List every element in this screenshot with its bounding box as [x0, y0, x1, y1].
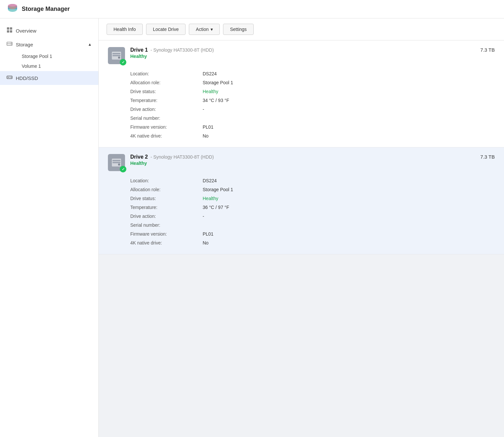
drive-size: 7.3 TB — [480, 47, 495, 53]
detail-row: Drive status: Healthy — [130, 87, 495, 96]
drive-health-check-icon: ✓ — [120, 59, 126, 65]
detail-label: Firmware version: — [130, 231, 203, 237]
drive-icon-wrap: ✓ — [108, 154, 125, 171]
main-content: Health Info Locate Drive Action ▾ Settin… — [99, 18, 504, 437]
chevron-up-icon: ▲ — [88, 42, 92, 47]
detail-value: - — [203, 107, 204, 112]
action-label: Action — [196, 27, 209, 32]
sidebar-item-storage[interactable]: Storage ▲ — [0, 38, 98, 51]
drive-name: Drive 2 — [130, 154, 148, 160]
detail-label: Drive status: — [130, 196, 203, 201]
detail-label: Temperature: — [130, 98, 203, 103]
volume-1-label: Volume 1 — [22, 64, 41, 69]
detail-value: PL01 — [203, 231, 214, 237]
detail-value: No — [203, 240, 209, 245]
detail-label: Allocation role: — [130, 80, 203, 85]
svg-point-20 — [119, 57, 120, 58]
svg-point-4 — [8, 4, 17, 7]
detail-value: No — [203, 133, 209, 139]
detail-row: Serial number: — [130, 114, 495, 123]
detail-label: Serial number: — [130, 222, 203, 228]
action-dropdown-icon: ▾ — [211, 27, 213, 32]
detail-label: Drive action: — [130, 214, 203, 219]
svg-rect-17 — [113, 53, 120, 54]
locate-drive-button[interactable]: Locate Drive — [146, 24, 186, 35]
detail-label: 4K native drive: — [130, 133, 203, 139]
detail-value: 36 °C / 97 °F — [203, 205, 229, 210]
detail-label: Serial number: — [130, 116, 203, 121]
detail-row: Serial number: — [130, 221, 495, 230]
drive-status: Healthy — [130, 54, 495, 59]
drive-status: Healthy — [130, 161, 495, 166]
health-info-label: Health Info — [113, 27, 136, 32]
detail-row: Drive action: - — [130, 105, 495, 114]
sidebar-storage-label: Storage — [16, 42, 33, 47]
svg-rect-6 — [10, 27, 12, 30]
detail-label: Location: — [130, 71, 203, 76]
drive-size: 7.3 TB — [480, 154, 495, 160]
svg-rect-22 — [113, 160, 120, 161]
drives-list: ✓ Drive 1 - Synology HAT3300-8T (HDD) 7.… — [99, 40, 504, 254]
detail-label: 4K native drive: — [130, 240, 203, 245]
settings-label: Settings — [230, 27, 247, 32]
sidebar-item-hdd-ssd[interactable]: HDD/SSD — [0, 71, 98, 85]
detail-value: - — [203, 214, 204, 219]
locate-drive-label: Locate Drive — [153, 27, 179, 32]
detail-value: Storage Pool 1 — [203, 80, 233, 85]
drive-model: - Synology HAT3300-8T (HDD) — [150, 47, 214, 53]
detail-value: PL01 — [203, 124, 214, 130]
detail-value: Healthy — [203, 89, 218, 94]
detail-label: Allocation role: — [130, 187, 203, 192]
detail-row: Allocation role: Storage Pool 1 — [130, 78, 495, 87]
detail-label: Drive status: — [130, 89, 203, 94]
detail-row: Drive action: - — [130, 212, 495, 221]
svg-point-12 — [11, 44, 12, 45]
svg-rect-18 — [113, 55, 120, 56]
detail-value: Healthy — [203, 196, 218, 201]
overview-icon — [7, 27, 13, 34]
sidebar-item-overview[interactable]: Overview — [0, 24, 98, 38]
sidebar-storage-sub: Storage Pool 1 Volume 1 — [0, 51, 98, 71]
detail-label: Temperature: — [130, 205, 203, 210]
action-button[interactable]: Action ▾ — [189, 24, 220, 35]
detail-row: Firmware version: PL01 — [130, 230, 495, 239]
health-info-button[interactable]: Health Info — [107, 24, 143, 35]
app-icon — [7, 3, 18, 15]
detail-value: Storage Pool 1 — [203, 187, 233, 192]
detail-row: Location: DS224 — [130, 69, 495, 78]
svg-rect-23 — [113, 162, 120, 163]
drive-card-2: ✓ Drive 2 - Synology HAT3300-8T (HDD) 7.… — [99, 147, 504, 254]
svg-point-11 — [11, 43, 12, 43]
app-header: Storage Manager — [0, 0, 504, 18]
detail-value: 34 °C / 93 °F — [203, 98, 229, 103]
drive-title-row: Drive 2 - Synology HAT3300-8T (HDD) 7.3 … — [130, 154, 495, 160]
svg-rect-8 — [10, 30, 12, 33]
sidebar-item-overview-label: Overview — [16, 28, 37, 34]
detail-row: 4K native drive: No — [130, 239, 495, 247]
storage-icon — [7, 41, 13, 48]
drive-header: ✓ Drive 1 - Synology HAT3300-8T (HDD) 7.… — [108, 47, 495, 64]
drive-title-area: Drive 2 - Synology HAT3300-8T (HDD) 7.3 … — [130, 154, 495, 166]
drive-model: - Synology HAT3300-8T (HDD) — [150, 154, 214, 160]
detail-row: Temperature: 34 °C / 93 °F — [130, 96, 495, 105]
drive-card-1: ✓ Drive 1 - Synology HAT3300-8T (HDD) 7.… — [99, 40, 504, 147]
drive-name: Drive 1 — [130, 47, 148, 53]
settings-button[interactable]: Settings — [223, 24, 254, 35]
sidebar-item-storage-pool-1[interactable]: Storage Pool 1 — [16, 51, 98, 61]
drive-health-check-icon: ✓ — [120, 166, 126, 172]
drive-details: Location: DS224 Allocation role: Storage… — [108, 176, 495, 247]
sidebar: Overview Storage ▲ Storage Pool 1 Volume… — [0, 18, 99, 437]
svg-rect-7 — [7, 30, 9, 33]
detail-row: Drive status: Healthy — [130, 194, 495, 203]
drive-header: ✓ Drive 2 - Synology HAT3300-8T (HDD) 7.… — [108, 154, 495, 171]
toolbar: Health Info Locate Drive Action ▾ Settin… — [99, 18, 504, 40]
detail-row: Location: DS224 — [130, 176, 495, 185]
detail-value: DS224 — [203, 71, 217, 76]
hdd-icon — [7, 74, 13, 82]
sidebar-hdd-ssd-label: HDD/SSD — [16, 75, 38, 81]
detail-row: Temperature: 36 °C / 97 °F — [130, 203, 495, 212]
sidebar-item-volume-1[interactable]: Volume 1 — [16, 61, 98, 71]
detail-value: DS224 — [203, 178, 217, 183]
drive-title-area: Drive 1 - Synology HAT3300-8T (HDD) 7.3 … — [130, 47, 495, 59]
detail-row: 4K native drive: No — [130, 132, 495, 141]
